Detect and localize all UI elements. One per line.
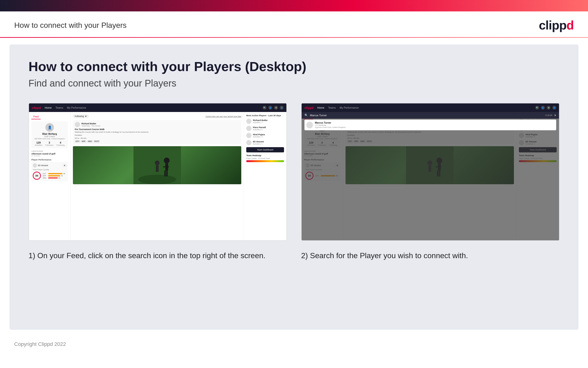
tag-putt: PUTT	[94, 140, 100, 142]
mini-nav-2: clippd Home Teams My Performance 🔍 👤 ⚙ 👤	[302, 103, 559, 112]
search-icon-2[interactable]: 🔍	[535, 106, 539, 110]
clear-button[interactable]: CLEAR	[545, 114, 552, 117]
settings-icon-2[interactable]: ⚙	[547, 106, 551, 110]
column-2: clippd Home Teams My Performance 🔍 👤 ⚙ 👤	[301, 103, 560, 261]
list-avatar-1	[246, 119, 252, 124]
mini-right-panel: Most Active Players - Last 30 days Richa…	[244, 112, 286, 240]
most-active-title: Most Active Players - Last 30 days	[246, 114, 284, 117]
team-dashboard-btn[interactable]: Team Dashboard	[246, 147, 284, 152]
profile-avatar: 👤	[45, 123, 54, 132]
player-list-item-4: Eli Vincent Activities: 1	[246, 140, 284, 145]
duration-value: 02 hr : 00 min	[75, 137, 239, 139]
main-title: How to connect with your Players (Deskto…	[28, 59, 560, 74]
stat-followers: 3 Followers	[45, 141, 53, 146]
search-icon[interactable]: 🔍	[263, 106, 266, 110]
result-avatar	[306, 122, 313, 128]
mini-body-1: Feed 👤 Blair McHarg Golf Coach Mill Ride…	[29, 112, 286, 240]
mini-nav-teams-2[interactable]: Teams	[328, 106, 336, 109]
latest-activity: Latest Activity Afternoon round of golf …	[31, 150, 68, 157]
svg-point-7	[155, 160, 160, 165]
activity-tags: OTT APP ARG PUTT	[75, 140, 239, 142]
svg-rect-5	[164, 170, 166, 176]
column-1: clippd Home Teams My Performance 🔍 👤 ⚙ 👤	[28, 103, 287, 261]
bar-app: APP 70	[43, 175, 67, 177]
mini-nav-home[interactable]: Home	[45, 106, 52, 109]
golf-svg	[133, 146, 181, 184]
list-acts-3: Activities: 3	[253, 136, 265, 138]
result-name: Marcus Turner	[315, 121, 346, 124]
following-row: Following ▼ Control who can see your act…	[73, 114, 241, 118]
activity-header: Richard Butler Yesterday · The Grove	[75, 122, 239, 127]
search-input[interactable]: Marcus Turner	[310, 114, 543, 117]
settings-icon[interactable]: ⚙	[274, 106, 278, 110]
duration: Duration	[75, 134, 239, 136]
mini-left-panel: Feed 👤 Blair McHarg Golf Coach Mill Ride…	[29, 112, 70, 240]
mini-logo-2: clippd	[304, 106, 314, 110]
player-name-sm: Eli Vincent	[38, 164, 62, 167]
list-avatar-4	[246, 140, 252, 145]
header-divider	[0, 37, 588, 38]
result-handicap: 1-5 Handicap	[315, 124, 346, 126]
feed-tab[interactable]: Feed	[31, 114, 41, 119]
mini-middle-panel: Following ▼ Control who can see your act…	[70, 112, 244, 240]
search-result[interactable]: Marcus Turner 1-5 Handicap Cypress Point…	[304, 120, 556, 130]
mini-nav-myperformance-2[interactable]: My Performance	[340, 106, 359, 109]
header: How to connect with your Players clippd	[0, 11, 588, 37]
quality-circle: 84	[33, 172, 41, 180]
search-icon-bar: 🔍	[304, 114, 308, 117]
user-icon-2[interactable]: 👤	[541, 106, 545, 110]
player-perf-box: Eli Vincent ▼ Total Player Quality 84 OT…	[31, 162, 68, 181]
mini-logo-1: clippd	[32, 106, 41, 110]
avatar-icon[interactable]: 👤	[280, 106, 284, 110]
list-name-2: Piers Parnell	[253, 126, 266, 129]
user-icon[interactable]: 👤	[268, 106, 272, 110]
mini-nav-myperformance[interactable]: My Performance	[67, 106, 86, 109]
screenshot-1: clippd Home Teams My Performance 🔍 👤 ⚙ 👤	[28, 103, 287, 241]
mini-app-1: clippd Home Teams My Performance 🔍 👤 ⚙ 👤	[29, 103, 286, 240]
profile-name: Blair McHarg	[33, 133, 66, 135]
mini-nav-teams[interactable]: Teams	[56, 106, 63, 109]
svg-point-2	[164, 158, 170, 163]
avatar-icon-2[interactable]: 👤	[552, 106, 556, 110]
columns: clippd Home Teams My Performance 🔍 👤 ⚙ 👤	[28, 103, 560, 261]
profile-club: Mill Ride Golf Club, United Kingdom	[33, 138, 66, 140]
person-name: Richard Butler	[81, 122, 100, 125]
stat-activities: 129 Activities	[35, 141, 42, 146]
svg-point-1	[138, 175, 176, 184]
search-bar: 🔍 Marcus Turner CLEAR ×	[302, 112, 559, 119]
player-performance-title: Player Performance	[31, 158, 68, 161]
page-title: How to connect with your Players	[14, 21, 127, 30]
mini-app-2: clippd Home Teams My Performance 🔍 👤 ⚙ 👤	[302, 103, 559, 240]
tag-arg: ARG	[87, 140, 93, 142]
player-dropdown[interactable]: ▼	[63, 164, 67, 167]
player-row: Eli Vincent ▼	[33, 163, 67, 168]
search-overlay: 🔍 Marcus Turner CLEAR × Marcus Turner 1-…	[302, 112, 559, 240]
person-date: Yesterday · The Grove	[81, 125, 100, 127]
player-avatar	[33, 163, 37, 168]
list-acts-1: Activities: 7	[253, 121, 268, 124]
footer: Copyright Clippd 2022	[0, 336, 588, 352]
list-avatar-2	[246, 126, 252, 131]
logo: clippd	[539, 18, 574, 32]
person-icon	[75, 122, 80, 127]
mini-nav-icons-2: 🔍 👤 ⚙ 👤	[535, 106, 556, 110]
profile-stats: 129 Activities 3 Followers 4	[33, 141, 66, 146]
result-club: Cypress Point Club, United Kingdom	[315, 126, 346, 128]
golf-image	[73, 146, 241, 184]
list-name-4: Eli Vincent	[253, 140, 264, 143]
step2-desc: 2) Search for the Player you wish to con…	[301, 250, 560, 261]
mini-nav-home-2[interactable]: Home	[317, 106, 324, 109]
player-list-item-2: Piers Parnell Activities: 4	[246, 126, 284, 131]
svg-rect-8	[156, 165, 159, 172]
step1-desc: 1) On your Feed, click on the search ico…	[28, 250, 287, 261]
svg-rect-6	[166, 170, 168, 176]
player-list-item-1: Richard Butler Activities: 7	[246, 119, 284, 124]
heatmap-subtitle: Player Quality · 20 Round Trend	[246, 158, 284, 159]
profile-role: Golf Coach	[33, 135, 66, 138]
control-link[interactable]: Control who can see your activity and da…	[205, 115, 241, 118]
close-button[interactable]: ×	[554, 113, 556, 117]
following-btn[interactable]: Following ▼	[73, 114, 89, 118]
bar-arg: ARG 61	[43, 177, 67, 179]
bar-ott: OTT 79	[43, 173, 67, 175]
mini-nav-icons: 🔍 👤 ⚙ 👤	[263, 106, 284, 110]
